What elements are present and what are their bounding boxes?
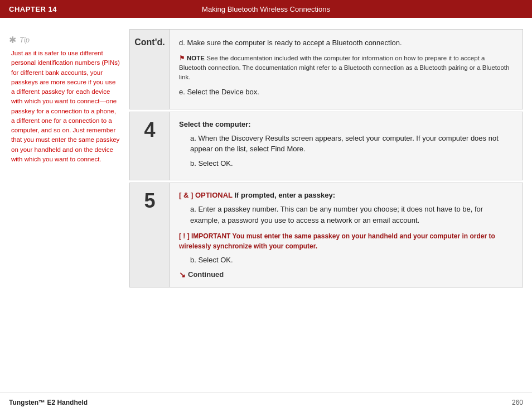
optional-label: [ & ] OPTIONAL [179,191,233,199]
step5-label: 5 [130,183,170,287]
important-block: [ ! ] IMPORTANT You must enter the same … [179,231,514,251]
note-text: See the documentation included with the … [179,55,509,81]
tip-text: Just as it is safer to use different per… [9,49,120,164]
step5-item-b: b. Select OK. [190,255,514,266]
note-icon: ⚑ [179,54,185,62]
step5-body: [ & ] OPTIONAL If prompted, enter a pass… [170,183,523,287]
step4-intro: Select the computer: [179,120,514,128]
contd-block: Cont'd. d. Make sure the computer is rea… [129,29,523,109]
tip-header: ✱ Tip [9,35,120,45]
contd-label-text: Cont'd. [134,37,165,47]
step4-body: Select the computer: a. When the Discove… [170,112,523,180]
footer-page-number: 260 [512,399,523,406]
page-header: CHAPTER 14 Making Bluetooth Wireless Con… [0,0,532,18]
sidebar-tip: ✱ Tip Just as it is safer to use differe… [9,29,120,386]
contd-item-d: d. Make sure the computer is ready to ac… [179,37,514,49]
step4-label: 4 [130,112,170,180]
step5-optional-line: [ & ] OPTIONAL If prompted, enter a pass… [179,191,514,199]
step4-number: 4 [144,120,155,140]
contd-label-cell: Cont'd. [130,30,170,109]
step4-item-a: a. When the Discovery Results screen app… [190,133,514,155]
step5-item-a: a. Enter a passkey number. This can be a… [190,204,514,226]
footer-brand: Tungsten™ E2 Handheld [9,399,88,406]
tip-star-icon: ✱ [9,35,16,45]
continued-line: ↘ Continued [179,270,514,279]
continued-label: Continued [188,270,224,279]
content-area: Cont'd. d. Make sure the computer is rea… [129,29,523,386]
step5-block: 5 [ & ] OPTIONAL If prompted, enter a pa… [129,183,523,288]
step5-number: 5 [144,191,155,211]
step4-block: 4 Select the computer: a. When the Disco… [129,112,523,181]
tip-label: Tip [20,36,30,44]
step4-item-b: b. Select OK. [190,158,514,169]
page-footer: Tungsten™ E2 Handheld 260 [0,392,532,412]
note-block: ⚑NOTE See the documentation included wit… [179,53,514,83]
note-label: NOTE [187,55,205,61]
optional-text: If prompted, enter a passkey: [233,191,335,199]
main-content: ✱ Tip Just as it is safer to use differe… [0,18,532,392]
continued-arrow-icon: ↘ [179,270,186,279]
contd-body: d. Make sure the computer is ready to ac… [170,30,523,109]
chapter-label: CHAPTER 14 [9,5,57,13]
chapter-title: Making Bluetooth Wireless Connections [202,5,330,13]
important-label: [ ! ] IMPORTANT [179,232,230,240]
contd-item-e: e. Select the Device box. [179,87,514,98]
